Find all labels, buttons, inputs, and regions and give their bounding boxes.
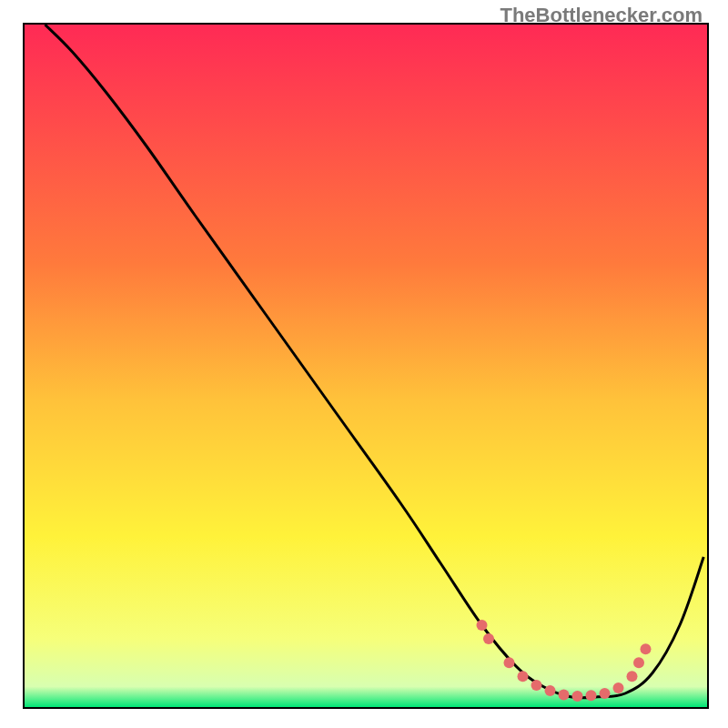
plot-area [23,23,709,709]
highlight-dot [545,685,556,696]
chart-container: TheBottlenecker.com [0,0,728,728]
highlight-dot [641,643,652,654]
dots-svg [25,25,707,707]
highlight-dot [483,633,494,644]
highlight-dot [627,671,638,682]
highlight-dot [572,691,583,702]
highlight-dot [504,657,515,668]
highlight-dot [633,657,644,668]
highlight-dot [531,680,542,691]
highlight-dot [613,682,624,693]
highlight-dot [477,620,488,631]
highlight-dot [559,690,570,701]
watermark-text: TheBottlenecker.com [500,4,703,27]
highlight-dot [586,690,597,701]
optimal-range-dots [477,620,652,702]
highlight-dot [600,688,611,699]
highlight-dot [518,671,529,682]
